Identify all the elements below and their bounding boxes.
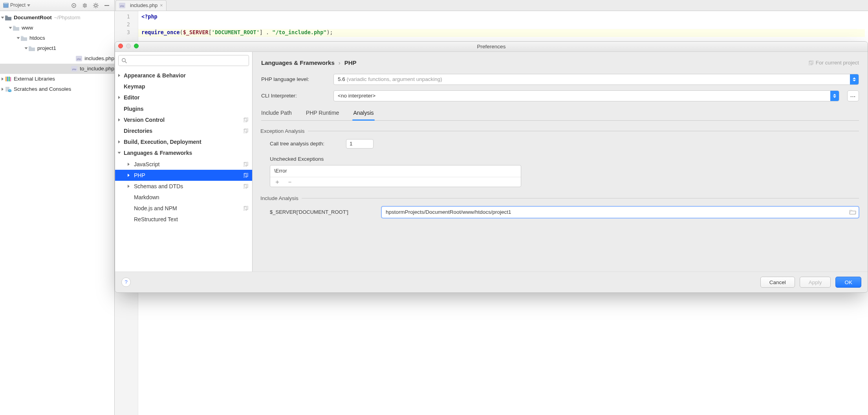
svg-rect-5 xyxy=(104,5,109,6)
cancel-button[interactable]: Cancel xyxy=(760,277,795,288)
collapse-all-icon[interactable] xyxy=(81,1,89,10)
copy-icon xyxy=(244,118,248,122)
list-item[interactable]: \Error xyxy=(274,168,287,174)
settings-search-input[interactable] xyxy=(118,55,249,66)
project-toolwindow-title[interactable]: Project xyxy=(3,2,30,8)
dialog-titlebar[interactable]: Preferences xyxy=(115,42,868,52)
tab-include-path[interactable]: Include Path xyxy=(261,107,292,120)
tree-external-libs[interactable]: External Libraries xyxy=(0,74,114,84)
tree-file[interactable]: php includes.php xyxy=(0,53,114,64)
settings-tree[interactable]: Appearance & Behavior Keymap Editor Plug… xyxy=(115,69,252,272)
tree-item-label: www xyxy=(22,24,33,31)
tree-file-label: includes.php xyxy=(84,55,114,62)
settings-category-keymap[interactable]: Keymap xyxy=(115,81,252,92)
svg-rect-30 xyxy=(245,206,248,209)
hide-icon[interactable] xyxy=(103,1,111,10)
tree-root[interactable]: DocumentRoot ~/Phpstorm xyxy=(0,13,114,23)
settings-category-editor[interactable]: Editor xyxy=(115,92,252,103)
settings-category-langfw[interactable]: Languages & Frameworks xyxy=(115,147,252,158)
php-level-select[interactable]: 5.6 (variadic functions, argument unpack… xyxy=(333,74,859,85)
settings-category-js[interactable]: JavaScript xyxy=(115,159,252,170)
library-icon xyxy=(5,76,11,82)
tree-file-label: to_include.php xyxy=(80,65,114,72)
code-token: $_SERVER xyxy=(183,29,209,35)
php-file-icon: php xyxy=(71,66,77,72)
copy-icon xyxy=(809,61,813,65)
svg-rect-20 xyxy=(245,118,248,121)
copy-icon xyxy=(244,184,248,189)
tree-item[interactable]: www xyxy=(0,23,114,33)
settings-category-vcs[interactable]: Version Control xyxy=(115,114,252,125)
document-root-input[interactable]: hpstormProjects/DocumentRoot/www/htdocs/… xyxy=(381,206,859,218)
locate-icon[interactable] xyxy=(70,1,78,10)
close-window-icon[interactable] xyxy=(118,44,123,48)
svg-point-3 xyxy=(73,5,74,6)
settings-category-plugins[interactable]: Plugins xyxy=(115,103,252,114)
add-icon[interactable]: ＋ xyxy=(274,179,280,185)
code-token: [ xyxy=(209,29,212,35)
settings-category-schemas[interactable]: Schemas and DTDs xyxy=(115,181,252,192)
settings-category-rst[interactable]: ReStructured Text xyxy=(115,214,252,225)
settings-cat-label: Build, Execution, Deployment xyxy=(124,138,201,145)
close-icon[interactable]: × xyxy=(160,2,163,9)
tree-item-label: htdocs xyxy=(29,35,45,42)
tree-item[interactable]: htdocs xyxy=(0,33,114,43)
gear-icon[interactable] xyxy=(92,1,100,10)
settings-category-directories[interactable]: Directories xyxy=(115,125,252,136)
folder-open-icon[interactable] xyxy=(849,209,856,215)
settings-category-php[interactable]: PHP xyxy=(115,170,252,181)
code-token: <?php xyxy=(141,13,157,20)
svg-rect-19 xyxy=(244,118,247,122)
tree-item[interactable]: project1 xyxy=(0,43,114,53)
tree-item-label: Scratches and Consoles xyxy=(14,86,71,93)
exception-analysis-group: Exception Analysis Call tree analysis de… xyxy=(261,128,859,187)
window-controls xyxy=(118,44,139,48)
minimize-window-icon[interactable] xyxy=(126,44,131,48)
preferences-dialog: Preferences Appearance & Behavior Keymap… xyxy=(115,41,868,293)
svg-rect-22 xyxy=(245,129,248,132)
ok-button[interactable]: OK xyxy=(835,277,861,288)
settings-cat-label: ReStructured Text xyxy=(134,216,178,223)
zoom-window-icon[interactable] xyxy=(134,44,139,48)
call-tree-depth-input[interactable]: 1 xyxy=(346,139,374,149)
project-title-label: Project xyxy=(10,2,26,8)
editor-tabbar: php includes.php × xyxy=(115,0,868,11)
breadcrumb-item: PHP xyxy=(344,59,357,67)
call-tree-depth-value: 1 xyxy=(350,140,353,147)
project-toolbar: Project xyxy=(0,0,114,11)
svg-rect-13 xyxy=(10,77,11,81)
settings-category-markdown[interactable]: Markdown xyxy=(115,192,252,203)
chevron-right-icon: › xyxy=(339,59,341,67)
copy-icon xyxy=(244,173,248,178)
cli-interpreter-select[interactable]: <no interpreter> xyxy=(333,90,839,101)
settings-category-appearance[interactable]: Appearance & Behavior xyxy=(115,70,252,81)
settings-category-node[interactable]: Node.js and NPM xyxy=(115,203,252,214)
settings-cat-label: Schemas and DTDs xyxy=(134,183,183,190)
php-level-value: 5.6 xyxy=(338,76,345,83)
tree-scratches[interactable]: Scratches and Consoles xyxy=(0,84,114,94)
breadcrumb: Languages & Frameworks › PHP For current… xyxy=(261,59,859,67)
cli-interpreter-browse-button[interactable]: ... xyxy=(847,90,859,101)
tab-analysis[interactable]: Analysis xyxy=(353,107,374,120)
code-token: require_once xyxy=(141,29,180,35)
tree-file-selected[interactable]: php to_include.php xyxy=(0,64,114,74)
project-tree[interactable]: DocumentRoot ~/Phpstorm www htdocs proje xyxy=(0,11,114,415)
tree-item-label: project1 xyxy=(37,45,56,52)
apply-button[interactable]: Apply xyxy=(800,277,831,288)
folder-icon xyxy=(5,15,11,20)
settings-cat-label: Keymap xyxy=(124,83,145,90)
php-level-hint: (variadic functions, argument unpacking) xyxy=(347,76,442,83)
svg-rect-26 xyxy=(245,173,248,176)
editor-tab[interactable]: php includes.php × xyxy=(115,0,167,11)
tree-root-hint: ~/Phpstorm xyxy=(54,15,81,21)
remove-icon[interactable]: － xyxy=(287,179,293,185)
breadcrumb-item[interactable]: Languages & Frameworks xyxy=(261,59,335,67)
help-button[interactable]: ? xyxy=(121,277,131,287)
settings-category-build[interactable]: Build, Execution, Deployment xyxy=(115,136,252,147)
unchecked-exceptions-list[interactable]: \Error ＋ － xyxy=(270,165,521,187)
svg-rect-25 xyxy=(244,174,247,178)
svg-rect-24 xyxy=(245,162,248,165)
tab-php-runtime[interactable]: PHP Runtime xyxy=(306,107,339,120)
settings-cat-label: Languages & Frameworks xyxy=(124,149,192,156)
editor-tab-label: includes.php xyxy=(130,2,157,9)
